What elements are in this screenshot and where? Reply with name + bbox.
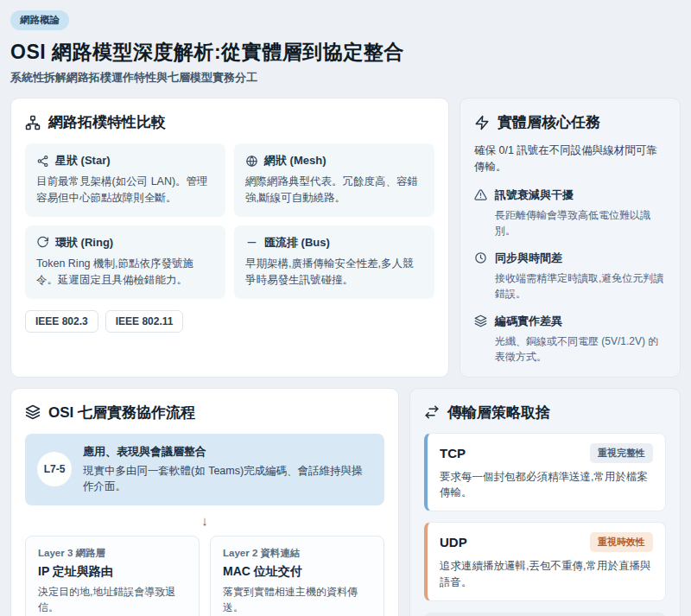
clock-icon	[474, 251, 487, 264]
physical-card: 實體層核心任務 確保 0/1 訊號在不同設備與線材間可靠傳輸。 訊號衰減與干擾 …	[460, 98, 681, 378]
topology-item-bus: 匯流排 (Bus) 早期架構,廣播傳輸安全性差,多人競爭時易發生訊號碰撞。	[234, 225, 434, 299]
physical-item-title: 同步與時間差	[495, 251, 666, 266]
topology-title-text: 網路拓樸特性比較	[48, 112, 166, 132]
row-osi-transport: OSI 七層實務協作流程 L7-5 應用、表現與會議層整合 現實中多由同一套軟體…	[10, 388, 681, 616]
page-title: OSI 網路模型深度解析:從實體層到協定整合	[10, 39, 681, 66]
protocol-name: TCP	[440, 446, 466, 460]
layer-label: Layer 3 網路層	[38, 547, 187, 560]
osi-flow-card: OSI 七層實務協作流程 L7-5 應用、表現與會議層整合 現實中多由同一套軟體…	[10, 388, 399, 616]
page: 網路概論 OSI 網路模型深度解析:從實體層到協定整合 系統性拆解網路拓樸運作特…	[10, 10, 681, 616]
refresh-icon	[36, 236, 49, 249]
layer2-box: Layer 2 資料連結 MAC 位址交付 落實到實體相連主機的資料傳送。	[210, 536, 384, 616]
layer-label: Layer 2 資料連結	[223, 547, 371, 560]
layer-desc: 決定目的地,地址錯誤會導致退信。	[38, 584, 187, 615]
layer-desc: 落實到實體相連主機的資料傳送。	[223, 584, 371, 615]
physical-item-title: 編碼實作差異	[495, 314, 666, 329]
arrow-down-icon: ↓	[25, 513, 384, 528]
physical-item-title: 訊號衰減與干擾	[495, 187, 666, 203]
physical-item-desc: 接收端需精準定時讀取,避免位元判讀錯誤。	[495, 270, 666, 302]
tcp-block: TCP 重視完整性 要求每一個封包都必須精準送達,常用於檔案傳輸。	[424, 433, 666, 512]
tcp-trait-badge: 重視完整性	[590, 443, 653, 463]
topology-card-title: 網路拓樸特性比較	[25, 112, 434, 132]
protocol-name: UDP	[440, 535, 467, 549]
transport-card: 傳輸層策略取捨 TCP 重視完整性 要求每一個封包都必須精準送達,常用於檔案傳輸…	[409, 388, 681, 616]
topology-item-desc: 網際網路典型代表。冗餘度高、容錯強,斷線可自動繞路。	[245, 174, 423, 207]
minus-icon	[245, 236, 258, 249]
row-topology-physical: 網路拓樸特性比較 星狀 (Star) 目前最常見架構(如公司 LAN)。管理容易…	[10, 98, 681, 378]
protocol-desc: 追求連續播放邏輯,丟包不重傳,常用於直播與語音。	[440, 558, 653, 591]
share-icon	[36, 155, 49, 168]
physical-item-attenuation: 訊號衰減與干擾 長距離傳輸會導致高低電位難以識別。	[474, 187, 666, 238]
layer-range-badge: L7-5	[37, 452, 72, 486]
page-subtitle: 系統性拆解網路拓樸運作特性與七層模型實務分工	[10, 70, 681, 86]
transport-card-title: 傳輸層策略取捨	[424, 403, 666, 422]
topology-item-desc: Token Ring 機制,節點依序發號施令。延遲固定且具備檢錯能力。	[36, 256, 214, 289]
topology-item-desc: 早期架構,廣播傳輸安全性差,多人競爭時易發生訊號碰撞。	[245, 256, 423, 289]
transport-title-text: 傳輸層策略取捨	[447, 403, 550, 422]
osi-flow-title-text: OSI 七層實務協作流程	[48, 403, 195, 422]
zap-icon	[474, 115, 490, 130]
layer-title: IP 定址與路由	[38, 564, 187, 580]
chip-ieee-80211: IEEE 802.11	[105, 310, 184, 333]
physical-card-title: 實體層核心任務	[474, 112, 666, 132]
globe-icon	[245, 155, 258, 168]
osi-highlight-block: L7-5 應用、表現與會議層整合 現實中多由同一套軟體(如 Teams)完成編碼…	[25, 434, 384, 506]
topology-item-title: 星狀 (Star)	[55, 153, 111, 168]
protocol-desc: 要求每一個封包都必須精準送達,常用於檔案傳輸。	[440, 469, 653, 502]
topology-item-star: 星狀 (Star) 目前最常見架構(如公司 LAN)。管理容易但中心節點故障則全…	[25, 143, 225, 217]
osi-flow-card-title: OSI 七層實務協作流程	[25, 403, 384, 422]
swap-icon	[424, 404, 440, 420]
osi-highlight-desc: 現實中多由同一套軟體(如 Teams)完成編碼、會話維持與操作介面。	[83, 463, 372, 496]
layer3-box: Layer 3 網路層 IP 定址與路由 決定目的地,地址錯誤會導致退信。	[25, 536, 200, 616]
topology-item-title: 匯流排 (Bus)	[264, 235, 330, 251]
osi-highlight-title: 應用、表現與會議層整合	[83, 444, 372, 460]
layer-grid: Layer 3 網路層 IP 定址與路由 決定目的地,地址錯誤會導致退信。 La…	[25, 536, 384, 616]
topology-card: 網路拓樸特性比較 星狀 (Star) 目前最常見架構(如公司 LAN)。管理容易…	[10, 98, 449, 378]
physical-intro: 確保 0/1 訊號在不同設備與線材間可靠傳輸。	[474, 143, 666, 175]
physical-item-desc: 光纖、銅線或不同電壓 (5V/1.2V) 的表徵方式。	[495, 333, 666, 365]
physical-title-text: 實體層核心任務	[498, 112, 600, 132]
topology-item-ring: 環狀 (Ring) Token Ring 機制,節點依序發號施令。延遲固定且具備…	[25, 225, 225, 299]
layers-icon	[25, 404, 41, 420]
topology-item-mesh: 網狀 (Mesh) 網際網路典型代表。冗餘度高、容錯強,斷線可自動繞路。	[234, 143, 434, 217]
topology-item-title: 環狀 (Ring)	[55, 235, 113, 251]
layer-title: MAC 位址交付	[223, 564, 371, 580]
topology-item-desc: 目前最常見架構(如公司 LAN)。管理容易但中心節點故障則全斷。	[36, 174, 214, 207]
physical-item-desc: 長距離傳輸會導致高低電位難以識別。	[495, 207, 666, 238]
topology-item-title: 網狀 (Mesh)	[264, 153, 326, 168]
hierarchy-icon	[25, 115, 41, 130]
udp-block: UDP 重視時效性 追求連續播放邏輯,丟包不重傳,常用於直播與語音。	[424, 522, 666, 601]
layers-icon	[474, 314, 487, 327]
topic-badge: 網路概論	[10, 10, 69, 30]
topology-grid: 星狀 (Star) 目前最常見架構(如公司 LAN)。管理容易但中心節點故障則全…	[25, 143, 434, 299]
udp-trait-badge: 重視時效性	[590, 532, 653, 552]
chip-ieee-8023: IEEE 802.3	[25, 310, 98, 333]
physical-item-sync: 同步與時間差 接收端需精準定時讀取,避免位元判讀錯誤。	[474, 251, 666, 302]
physical-item-encoding: 編碼實作差異 光纖、銅線或不同電壓 (5V/1.2V) 的表徵方式。	[474, 314, 666, 365]
alert-triangle-icon	[474, 188, 487, 201]
instructor-quote: 「任一層出錯都會導致通訊失敗,OSI 模型是除錯的重要框架。」	[424, 613, 666, 616]
standards-chips: IEEE 802.3 IEEE 802.11	[25, 310, 434, 333]
